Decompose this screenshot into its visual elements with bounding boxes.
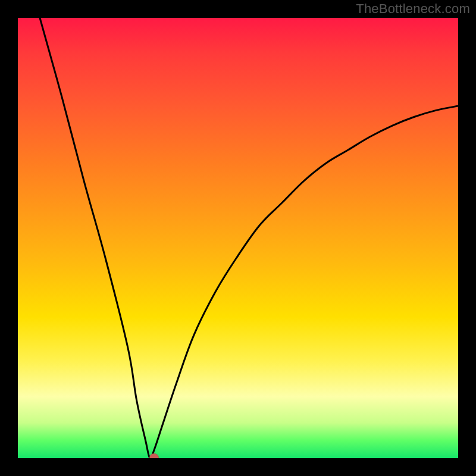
plot-area (18, 18, 458, 458)
chart-frame: TheBottleneck.com (0, 0, 476, 476)
bottleneck-curve (18, 18, 458, 458)
watermark-text: TheBottleneck.com (356, 1, 470, 17)
